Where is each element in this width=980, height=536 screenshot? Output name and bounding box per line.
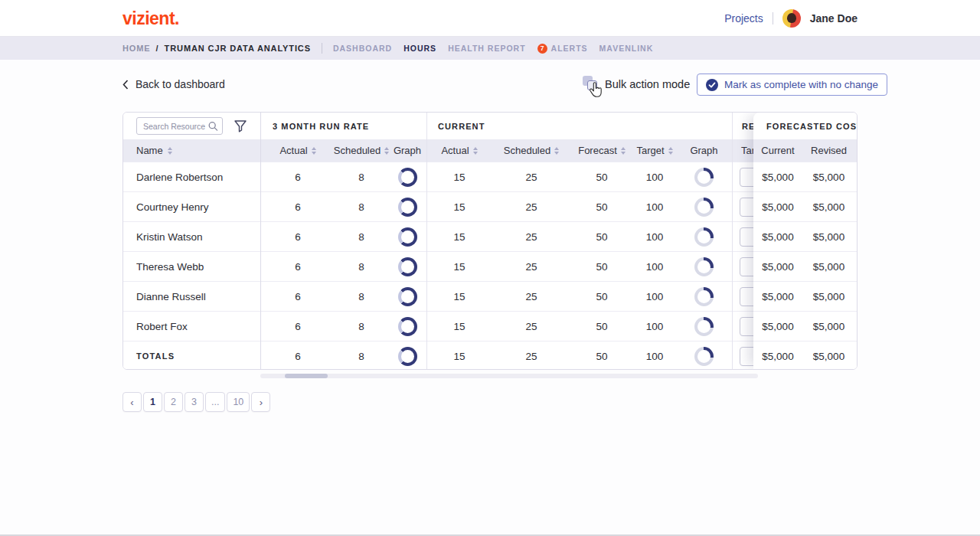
cell-cur_forecast: 50 — [570, 321, 633, 332]
sort-icon[interactable] — [668, 147, 673, 155]
bulk-action-label: Bulk action mode — [605, 78, 690, 90]
nav-tabs: DASHBOARDHOURSHEALTH REPORT7ALERTSMAVENL… — [333, 44, 653, 54]
cell-cost_revised: $5,000 — [802, 351, 855, 362]
pagination-ellipsis[interactable]: ... — [205, 392, 225, 412]
mark-complete-label: Mark as complete with no change — [724, 79, 878, 90]
cell-cost_revised: $5,000 — [802, 261, 855, 273]
col-header-rr_scheduled[interactable]: Scheduled — [335, 145, 388, 156]
cell-cur_scheduled: 25 — [492, 231, 570, 243]
cell-cost_current: $5,000 — [753, 291, 802, 302]
horizontal-scrollbar-thumb[interactable] — [285, 374, 328, 378]
cell-rr_actual: 6 — [261, 201, 335, 213]
projects-link[interactable]: Projects — [724, 12, 763, 25]
group-forecasted-cost-label: FORECASTED COST — [753, 113, 857, 139]
group-divider — [732, 113, 733, 369]
table-row-values: 68152550100 — [261, 221, 801, 251]
cell-cur_scheduled: 25 — [492, 321, 570, 332]
cell-cost_current: $5,000 — [753, 201, 802, 213]
mark-complete-button[interactable]: Mark as complete with no change — [697, 74, 887, 96]
donut-graph-run_rate — [398, 287, 417, 306]
square-front — [587, 80, 597, 90]
col-header-cur_actual[interactable]: Actual — [426, 145, 492, 156]
pagination-prev[interactable]: ‹ — [122, 392, 142, 412]
cell-cur_target: 100 — [633, 172, 676, 183]
back-to-dashboard-link[interactable]: Back to dashboard — [122, 78, 225, 90]
row-name: Robert Fox — [123, 311, 260, 341]
donut-graph-current — [694, 347, 714, 366]
tab-health-report[interactable]: HEALTH REPORT — [448, 44, 525, 53]
cell-cur_target: 100 — [633, 321, 676, 332]
breadcrumb: HOME / TRUMAN CJR DATA ANALYTICS — [122, 44, 311, 53]
tab-dashboard[interactable]: DASHBOARD — [333, 44, 392, 53]
alerts-badge-icon: 7 — [537, 44, 547, 54]
cell-cost_current: $5,000 — [753, 321, 802, 332]
cell-cur_target: 100 — [633, 291, 676, 302]
filter-icon[interactable] — [234, 119, 247, 133]
col-header-cur_forecast[interactable]: Forecast — [570, 145, 633, 156]
back-label: Back to dashboard — [136, 78, 225, 90]
tab-alerts[interactable]: 7ALERTS — [537, 44, 588, 54]
pagination-next[interactable]: › — [251, 392, 270, 412]
pagination-page-3[interactable]: 3 — [185, 392, 204, 412]
sort-icon[interactable] — [621, 147, 626, 155]
cell-cur_target: 100 — [633, 201, 676, 213]
cell-cost_revised: $5,000 — [802, 321, 855, 332]
tab-mavenlink[interactable]: MAVENLINK — [599, 44, 654, 53]
name-column-body: Darlene RobertsonCourtney HenryKristin W… — [123, 162, 260, 370]
table-row-values: 68152550100 — [261, 191, 801, 221]
cell-cur_scheduled: 25 — [492, 291, 570, 302]
col-header-cost_current: Current — [753, 145, 802, 156]
col-header-cur_scheduled[interactable]: Scheduled — [492, 145, 570, 156]
sort-icon[interactable] — [312, 147, 316, 155]
divider — [322, 43, 322, 54]
group-divider — [426, 113, 427, 369]
group-current-label: CURRENT — [438, 122, 485, 131]
cell-cur_scheduled: 25 — [492, 351, 570, 362]
sort-icon[interactable] — [168, 147, 172, 155]
donut-graph-current — [694, 257, 714, 276]
divider — [773, 12, 773, 25]
cell-rr_scheduled: 8 — [335, 321, 388, 332]
col-header-rr_actual[interactable]: Actual — [261, 145, 335, 156]
cell-rr_actual: 6 — [261, 291, 335, 302]
horizontal-scrollbar-track[interactable] — [260, 374, 758, 378]
table-row-costs: $5,000$5,000 — [753, 251, 857, 281]
tab-hours[interactable]: HOURS — [403, 44, 436, 53]
pagination-page-2[interactable]: 2 — [164, 392, 183, 412]
cell-cur_scheduled: 25 — [492, 261, 570, 273]
cell-cur_actual: 15 — [426, 231, 492, 243]
vizient-logo[interactable]: vizient. — [122, 8, 179, 28]
pagination: ‹123...10› — [122, 392, 270, 412]
table-row-costs: $5,000$5,000 — [753, 221, 857, 251]
pagination-page-10[interactable]: 10 — [227, 392, 250, 412]
cell-rr_actual: 6 — [261, 321, 335, 332]
app-window: vizient. Projects Jane Doe HOME / TRUMAN… — [0, 0, 980, 536]
top-bar-right: Projects Jane Doe — [724, 0, 858, 37]
cell-cost_current: $5,000 — [753, 172, 802, 183]
row-name: Kristin Watson — [123, 221, 260, 251]
cell-cur_forecast: 50 — [570, 172, 633, 183]
sort-icon[interactable] — [473, 147, 478, 155]
col-header-rr_graph: Graph — [388, 145, 426, 156]
cell-rr_scheduled: 8 — [335, 261, 388, 273]
cost-header-row: CurrentRevised — [753, 139, 857, 162]
cell-rr_actual: 6 — [261, 172, 335, 183]
bulk-action-checkbox-icon[interactable] — [583, 76, 599, 92]
donut-graph-run_rate — [398, 168, 417, 187]
cell-cur_forecast: 50 — [570, 291, 633, 302]
donut-graph-run_rate — [398, 198, 417, 217]
pagination-page-1[interactable]: 1 — [143, 392, 162, 412]
cell-cost_revised: $5,000 — [802, 291, 855, 302]
name-column-header[interactable]: Name — [123, 139, 260, 162]
sort-icon[interactable] — [554, 147, 559, 155]
bulk-action-mode: Bulk action mode ? — [583, 76, 708, 92]
table-row-values: 68152550100 — [261, 162, 801, 191]
table-row-values: 68152550100 — [261, 311, 801, 341]
row-name: Darlene Robertson — [123, 162, 260, 191]
cell-cur_target: 100 — [633, 261, 676, 273]
breadcrumb-separator: / — [156, 44, 159, 53]
col-header-cur_target[interactable]: Target — [633, 145, 676, 156]
avatar[interactable] — [782, 9, 801, 28]
breadcrumb-home[interactable]: HOME — [122, 44, 151, 53]
forecasted-cost-panel: FORECASTED COST CurrentRevised $5,000$5,… — [753, 113, 857, 369]
